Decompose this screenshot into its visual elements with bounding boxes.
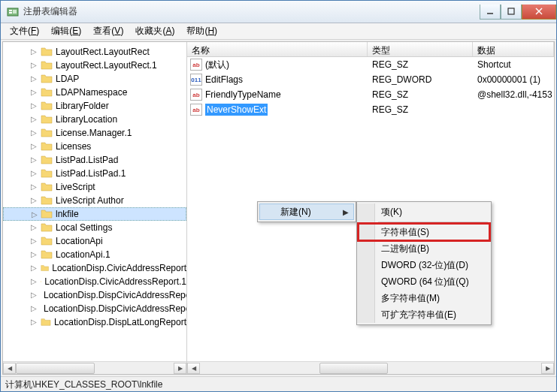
context-submenu[interactable]: 项(K)字符串值(S)二进制值(B)DWORD (32-位)值(D)QWORD … [356,201,492,325]
value-name: NeverShowExt [205,104,268,116]
submenu-item[interactable]: 项(K) [359,204,489,220]
expand-icon[interactable]: ▷ [29,169,38,177]
menu-help[interactable]: 帮助(H) [180,23,223,39]
tree-item[interactable]: ▷LDAP [3,72,186,86]
svg-rect-5 [508,8,514,14]
expand-icon[interactable]: ▷ [29,277,38,285]
scroll-left-icon[interactable]: ◀ [3,363,16,374]
tree-item[interactable]: ▷License.Manager.1 [3,126,186,140]
list-row[interactable]: ab(默认)REG_SZShortcut [187,57,554,72]
tree-item-label: LiveScript [56,182,95,192]
tree-item[interactable]: ▷Licenses [3,140,186,153]
tree-pane[interactable]: ▷LayoutRect.LayoutRect▷LayoutRect.Layout… [3,42,187,374]
tree-item[interactable]: ▷Local Settings [3,221,186,234]
value-data: @shell32.dll,-4153 [473,89,554,100]
menu-view[interactable]: 查看(V) [87,23,129,39]
expand-icon[interactable]: ▷ [29,115,38,123]
menu-file[interactable]: 文件(F) [4,23,45,39]
expand-icon[interactable]: ▷ [29,128,38,137]
submenu-item[interactable]: 多字符串值(M) [359,290,489,306]
list-hscrollbar[interactable]: ◀ ▶ [187,361,554,374]
tree-item[interactable]: ▷LocationDisp.DispCivicAddressReport [3,288,186,302]
svg-rect-1 [9,10,12,11]
scroll-right-icon[interactable]: ▶ [541,363,554,374]
menu-favorites[interactable]: 收藏夹(A) [129,23,180,39]
tree-hscrollbar[interactable]: ◀ ▶ [3,361,186,374]
expand-icon[interactable]: ▷ [29,250,38,258]
value-name: FriendlyTypeName [205,89,281,100]
menu-edit[interactable]: 编辑(E) [45,23,87,39]
expand-icon[interactable]: ▷ [29,304,38,312]
tree-item[interactable]: ▷LiveScript Author [3,194,186,207]
expand-icon[interactable]: ▷ [29,318,38,326]
scroll-right-icon[interactable]: ▶ [174,363,186,374]
scroll-left-icon[interactable]: ◀ [187,363,200,374]
tree-item[interactable]: ▷LocationDisp.DispLatLongReport [3,315,186,329]
list-header[interactable]: 名称 类型 数据 [187,42,554,57]
expand-icon[interactable]: ▷ [30,210,38,219]
tree-item-label: LocationApi.1 [56,249,110,260]
app-icon [7,6,19,18]
expand-icon[interactable]: ▷ [29,264,38,272]
tree-item-label: LayoutRect.LayoutRect.1 [56,60,157,71]
tree-item-label: LibraryLocation [56,114,117,125]
menu-item-new[interactable]: 新建(N) ▶ [259,204,354,220]
tree-item[interactable]: ▷LocationDisp.CivicAddressReport.1 [3,275,186,288]
tree-item[interactable]: ▷LDAPNamespace [3,86,186,99]
tree-item[interactable]: ▷ListPad.ListPad [3,153,186,167]
close-button[interactable] [522,5,556,20]
col-type[interactable]: 类型 [368,42,473,56]
submenu-accel: D [459,260,465,270]
submenu-accel: M [429,293,437,303]
tree-item[interactable]: ▷LocationApi [3,234,186,248]
tree-item-label: LocationDisp.DispCivicAddressReport.1 [44,303,186,314]
submenu-item[interactable]: 可扩充字符串值(E) [359,306,489,323]
tree-item-label: lnkfile [56,209,79,219]
titlebar[interactable]: 注册表编辑器 [1,1,556,23]
tree-item-label: Licenses [56,141,91,152]
tree-item[interactable]: ▷LocationApi.1 [3,248,186,261]
expand-icon[interactable]: ▷ [29,47,38,56]
submenu-item[interactable]: 字符串值(S) [359,224,489,240]
expand-icon[interactable]: ▷ [29,237,38,245]
submenu-item[interactable]: DWORD (32-位)值(D) [359,257,489,273]
submenu-item[interactable]: QWORD (64 位)值(Q) [359,273,489,290]
expand-icon[interactable]: ▷ [29,155,38,164]
expand-icon[interactable]: ▷ [29,223,38,231]
submenu-accel: E [447,309,453,320]
tree-item[interactable]: ▷LibraryFolder [3,99,186,113]
expand-icon[interactable]: ▷ [29,61,38,69]
context-menu-new[interactable]: 新建(N) ▶ [257,201,356,222]
tree-item[interactable]: ▷LocationDisp.CivicAddressReport [3,261,186,275]
tree-item[interactable]: ▷lnkfile [3,207,186,221]
tree-item[interactable]: ▷LayoutRect.LayoutRect [3,45,186,59]
minimize-button[interactable] [480,5,501,20]
expand-icon[interactable]: ▷ [29,142,38,150]
tree-item-label: LayoutRect.LayoutRect [56,47,150,57]
tree-item[interactable]: ▷LiveScript [3,180,186,194]
tree-item[interactable]: ▷LocationDisp.DispCivicAddressReport.1 [3,302,186,315]
tree-item[interactable]: ▷ListPad.ListPad.1 [3,167,186,180]
list-row[interactable]: 011EditFlagsREG_DWORD0x00000001 (1) [187,72,554,87]
tree-item-label: LiveScript Author [56,195,124,206]
registry-editor-window: 注册表编辑器 文件(F) 编辑(E) 查看(V) 收藏夹(A) 帮助(H) ▷L… [0,0,557,392]
tree-item[interactable]: ▷LibraryLocation [3,113,186,126]
expand-icon[interactable]: ▷ [29,182,38,191]
col-name[interactable]: 名称 [187,42,368,56]
expand-icon[interactable]: ▷ [29,101,38,110]
expand-icon[interactable]: ▷ [29,291,38,299]
col-data[interactable]: 数据 [473,42,554,56]
maximize-button[interactable] [501,5,522,20]
list-row[interactable]: abNeverShowExtREG_SZ [187,102,554,117]
list-row[interactable]: abFriendlyTypeNameREG_SZ@shell32.dll,-41… [187,87,554,102]
expand-icon[interactable]: ▷ [29,196,38,204]
tree-item[interactable]: ▷LayoutRect.LayoutRect.1 [3,59,186,72]
window-title: 注册表编辑器 [23,5,480,18]
submenu-label: 二进制值 [381,243,417,254]
value-name: EditFlags [205,74,243,85]
tree-item-label: ListPad.ListPad [56,155,118,165]
submenu-item[interactable]: 二进制值(B) [359,240,489,257]
expand-icon[interactable]: ▷ [29,88,38,96]
value-type: REG_SZ [368,89,473,100]
expand-icon[interactable]: ▷ [29,74,38,83]
